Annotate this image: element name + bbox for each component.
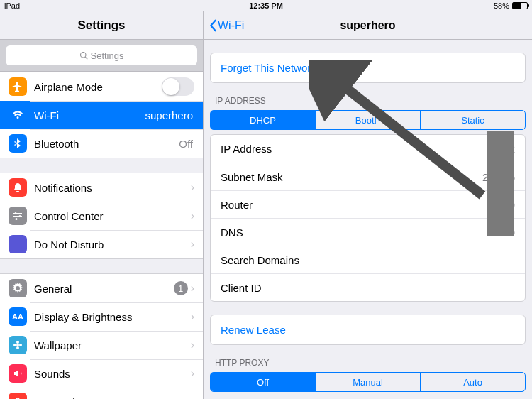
ip-row-ip-address[interactable]: IP Address192 bbox=[211, 135, 525, 163]
airplane-icon bbox=[9, 77, 27, 96]
wifi-value: superhero bbox=[145, 109, 193, 121]
sidebar-item-label: Bluetooth bbox=[34, 138, 179, 150]
gear-icon bbox=[9, 279, 27, 297]
ip-seg-dhcp[interactable]: DHCP bbox=[211, 111, 315, 129]
sidebar-item-label: Wallpaper bbox=[34, 339, 191, 351]
aa-icon: AA bbox=[9, 307, 27, 326]
chevron-right-icon: › bbox=[191, 339, 194, 351]
sidebar-item-label: Airplane Mode bbox=[34, 81, 162, 93]
sidebar-item-controlcenter[interactable]: Control Center› bbox=[0, 202, 203, 230]
chevron-right-icon: › bbox=[191, 367, 194, 380]
ip-row-subnet-mask[interactable]: Subnet Mask255.25 bbox=[211, 163, 525, 190]
wifi-icon bbox=[9, 106, 27, 124]
sidebar-item-passcode[interactable]: Passcode› bbox=[0, 388, 203, 399]
sidebar: Settings Settings Airplane ModeWi-Fisupe… bbox=[0, 11, 204, 399]
chevron-right-icon: › bbox=[191, 181, 194, 194]
sidebar-item-label: General bbox=[34, 283, 174, 295]
chevron-right-icon: › bbox=[191, 395, 194, 399]
sidebar-item-general[interactable]: General1› bbox=[0, 274, 203, 302]
chevron-right-icon: › bbox=[191, 238, 194, 251]
chevron-left-icon bbox=[208, 19, 218, 32]
lock-icon bbox=[9, 393, 27, 399]
proxy-seg-manual[interactable]: Manual bbox=[315, 373, 420, 391]
bluetooth-value: Off bbox=[179, 138, 193, 150]
sidebar-item-sounds[interactable]: Sounds› bbox=[0, 359, 203, 388]
detail-title: superhero bbox=[204, 19, 532, 32]
clock: 12:35 PM bbox=[0, 1, 532, 10]
svg-point-8 bbox=[16, 346, 19, 349]
svg-point-7 bbox=[16, 341, 19, 344]
proxy-seg-off[interactable]: Off bbox=[211, 373, 315, 391]
sidebar-item-wifi[interactable]: Wi-Fisuperhero bbox=[0, 101, 203, 129]
sidebar-item-wallpaper[interactable]: Wallpaper› bbox=[0, 331, 203, 359]
status-bar: iPad 12:35 PM 58% bbox=[0, 0, 532, 11]
sidebar-item-display[interactable]: AADisplay & Brightness› bbox=[0, 302, 203, 331]
chevron-right-icon: › bbox=[191, 209, 194, 222]
chevron-right-icon: › bbox=[191, 310, 194, 323]
sidebar-item-label: Control Center bbox=[34, 210, 191, 222]
ip-seg-static[interactable]: Static bbox=[420, 111, 525, 129]
svg-line-1 bbox=[85, 57, 87, 59]
speaker-icon bbox=[9, 364, 27, 383]
sidebar-item-label: Do Not Disturb bbox=[34, 239, 191, 251]
ip-row-client-id[interactable]: Client ID bbox=[211, 273, 525, 301]
sliders-icon bbox=[9, 207, 27, 225]
sidebar-item-label: Passcode bbox=[34, 396, 191, 400]
sidebar-item-bluetooth[interactable]: BluetoothOff bbox=[0, 129, 203, 158]
search-icon bbox=[79, 51, 88, 60]
flower-icon bbox=[9, 336, 27, 354]
sidebar-item-label: Notifications bbox=[34, 182, 191, 194]
sidebar-title: Settings bbox=[0, 11, 203, 40]
svg-point-10 bbox=[19, 344, 22, 346]
search-input[interactable]: Settings bbox=[6, 45, 197, 65]
svg-point-4 bbox=[16, 218, 18, 220]
sidebar-item-notifications[interactable]: Notifications› bbox=[0, 173, 203, 202]
svg-point-3 bbox=[19, 215, 21, 217]
proxy-section-header: HTTP PROXY bbox=[204, 345, 532, 372]
ip-row-router[interactable]: Router19 bbox=[211, 190, 525, 218]
detail-pane: Wi-Fi superhero Forget This Network IP A… bbox=[204, 11, 532, 399]
sidebar-item-airplane[interactable]: Airplane Mode bbox=[0, 72, 203, 101]
detail-scroll[interactable]: Forget This Network IP ADDRESS DHCPBootP… bbox=[204, 40, 532, 399]
bluetooth-icon bbox=[9, 134, 27, 153]
back-button[interactable]: Wi-Fi bbox=[208, 19, 244, 32]
ip-row-search-domains[interactable]: Search Domains bbox=[211, 246, 525, 273]
ip-row-dns[interactable]: DNS19 bbox=[211, 218, 525, 246]
renew-lease-button[interactable]: Renew Lease bbox=[210, 315, 526, 345]
proxy-mode-segmented[interactable]: OffManualAuto bbox=[210, 372, 526, 392]
battery-icon bbox=[512, 2, 528, 9]
ip-section-header: IP ADDRESS bbox=[204, 83, 532, 110]
svg-text:AA: AA bbox=[12, 312, 23, 321]
forget-network-button[interactable]: Forget This Network bbox=[210, 53, 526, 83]
moon-icon bbox=[9, 235, 27, 253]
sidebar-item-label: Display & Brightness bbox=[34, 311, 191, 323]
airplane-switch[interactable] bbox=[162, 77, 194, 96]
bell-icon bbox=[9, 178, 27, 197]
ip-mode-segmented[interactable]: DHCPBootPStatic bbox=[210, 110, 526, 130]
sidebar-item-dnd[interactable]: Do Not Disturb› bbox=[0, 230, 203, 258]
svg-point-9 bbox=[13, 344, 16, 346]
sidebar-item-label: Wi-Fi bbox=[34, 109, 145, 121]
ip-details: IP Address192Subnet Mask255.25Router19DN… bbox=[210, 134, 526, 302]
ip-seg-bootp[interactable]: BootP bbox=[315, 111, 420, 129]
annotation-box bbox=[487, 131, 514, 236]
proxy-seg-auto[interactable]: Auto bbox=[420, 373, 525, 391]
general-badge: 1 bbox=[174, 281, 188, 295]
svg-point-0 bbox=[80, 53, 86, 58]
chevron-right-icon: › bbox=[191, 282, 194, 295]
sidebar-item-label: Sounds bbox=[34, 368, 191, 380]
svg-point-2 bbox=[15, 212, 17, 214]
svg-point-6 bbox=[16, 344, 19, 346]
